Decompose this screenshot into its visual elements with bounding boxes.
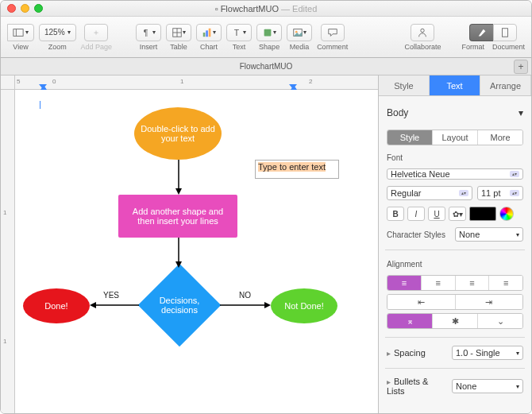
toolbar-zoom-group: 125%▾ Zoom — [39, 24, 76, 51]
spacing-row[interactable]: ▸Spacing 1.0 - Single▾ — [387, 346, 523, 360]
svg-rect-10 — [264, 29, 272, 36]
svg-marker-16 — [175, 188, 182, 195]
valign-middle-button[interactable]: ✱ — [433, 314, 478, 328]
subtab-style[interactable]: Style — [387, 130, 433, 145]
document-tabbar: FlowchartMUO + — [1, 58, 531, 75]
comment-button[interactable] — [321, 24, 345, 41]
indent-right-button[interactable]: ⇥ — [456, 295, 523, 309]
underline-button[interactable]: U — [428, 207, 445, 221]
table-button[interactable]: ▾ — [166, 24, 191, 41]
align-right-icon: ≡ — [469, 278, 474, 288]
document-button[interactable] — [493, 24, 517, 41]
ruler-horizontal[interactable]: 5 0 1 2 — [15, 75, 378, 90]
view-icon — [13, 27, 24, 38]
canvas-wrap: 5 0 1 2 1 1 Double-click to add your tex… — [1, 75, 378, 413]
svg-point-13 — [421, 29, 424, 32]
tab-text[interactable]: Text — [430, 75, 480, 95]
zoom-window-icon[interactable] — [34, 4, 43, 13]
chart-icon — [202, 27, 213, 38]
document-tab[interactable]: FlowchartMUO — [240, 62, 293, 71]
svg-rect-8 — [209, 28, 211, 37]
minimize-icon[interactable] — [21, 4, 29, 13]
canvas-textbox[interactable]: Type to enter text — [255, 160, 339, 179]
more-format-button[interactable]: ✿▾ — [449, 207, 466, 221]
paragraph-style-select[interactable]: Body ▾ — [387, 103, 523, 123]
arrow-left[interactable] — [90, 301, 139, 309]
divider — [385, 337, 525, 338]
inspector-body: Body ▾ Style Layout More Font Helvetica … — [379, 96, 531, 405]
char-styles-select[interactable]: None▾ — [455, 227, 523, 242]
media-button[interactable]: ▾ — [287, 24, 312, 41]
new-tab-button[interactable]: + — [514, 60, 528, 74]
text-color-swatch[interactable] — [469, 207, 496, 221]
align-justify-button[interactable]: ≡ — [489, 276, 522, 290]
insert-icon: ¶ — [141, 27, 152, 38]
collaborate-button[interactable] — [411, 24, 434, 41]
stepper-icon: ▴▾ — [510, 171, 519, 177]
canvas[interactable]: Double-click to add your text Add anothe… — [15, 90, 378, 413]
shape-label: Decisions, decisions — [156, 296, 202, 315]
indent-left-button[interactable]: ⇤ — [387, 295, 456, 309]
ruler-vertical[interactable]: 1 1 — [1, 90, 15, 413]
font-weight-select[interactable]: Regular▴▾ — [387, 186, 472, 200]
char-styles-label: Character Styles — [387, 230, 445, 239]
flowchart-start-shape[interactable]: Double-click to add your text — [134, 107, 222, 160]
bullets-value: None — [456, 381, 476, 391]
font-size-field[interactable]: 11 pt▴▾ — [477, 186, 523, 200]
arrow-right[interactable] — [220, 301, 271, 309]
font-family-select[interactable]: Helvetica Neue▴▾ — [387, 168, 523, 180]
italic-button[interactable]: I — [407, 207, 425, 221]
flowchart-notdone-shape[interactable]: Not Done! — [271, 288, 337, 323]
align-justify-icon: ≡ — [503, 278, 508, 288]
bullets-row[interactable]: ▸Bullets & Lists None▾ — [387, 377, 523, 396]
ruler-h-tick: 2 — [309, 78, 312, 85]
insert-button[interactable]: ¶▾ — [136, 24, 161, 41]
divider — [385, 250, 525, 250]
close-icon[interactable] — [7, 4, 16, 13]
subtab-layout[interactable]: Layout — [433, 130, 478, 145]
tab-arrange[interactable]: Arrange — [480, 75, 531, 95]
document-icon — [499, 27, 511, 38]
chevron-down-icon: ▾ — [519, 107, 523, 118]
main-area: 5 0 1 2 1 1 Double-click to add your tex… — [1, 75, 531, 413]
text-label: Text — [233, 43, 246, 51]
text-button[interactable]: T▾ — [226, 24, 252, 41]
flowchart-done-shape[interactable]: Done! — [23, 288, 90, 323]
window-title: ▫︎ FlowchartMUO — Edited — [215, 4, 318, 14]
subtab-more[interactable]: More — [478, 130, 522, 145]
add-page-label: Add Page — [81, 43, 113, 51]
chart-button[interactable]: ▾ — [196, 24, 222, 41]
valign-top-button[interactable]: ⌅ — [387, 314, 433, 328]
align-right-button[interactable]: ≡ — [456, 276, 490, 290]
zoom-select[interactable]: 125%▾ — [39, 24, 76, 41]
flowchart-decision-shape[interactable]: Decisions, decisions — [138, 264, 222, 347]
arrow-down-1[interactable] — [175, 160, 183, 195]
ruler-h-tick: 5 — [17, 78, 20, 85]
valign-bottom-button[interactable]: ⌄ — [478, 314, 522, 328]
media-icon — [292, 27, 303, 38]
flowchart-process-shape[interactable]: Add another shape and then insert your l… — [118, 195, 237, 238]
align-center-button[interactable]: ≡ — [422, 276, 456, 290]
paragraph-style-label: Body — [387, 107, 408, 118]
inspector-panel: Style Text Arrange Body ▾ Style Layout M… — [378, 75, 531, 413]
tab-style[interactable]: Style — [379, 75, 430, 95]
bold-button[interactable]: B — [387, 207, 404, 221]
font-family-value: Helvetica Neue — [391, 169, 450, 179]
spacing-select[interactable]: 1.0 - Single▾ — [452, 346, 523, 360]
shape-label: Double-click to add your text — [141, 124, 215, 143]
bullets-select[interactable]: None▾ — [452, 379, 523, 393]
align-left-button[interactable]: ≡ — [387, 276, 422, 290]
valign-top-icon: ⌅ — [407, 316, 414, 327]
shape-button[interactable]: ▾ — [256, 24, 282, 41]
edge-label-no: NO — [239, 291, 251, 300]
font-weight-value: Regular — [391, 188, 422, 198]
color-picker-icon[interactable] — [499, 207, 514, 221]
comment-icon — [327, 27, 338, 38]
valign-middle-icon: ✱ — [452, 316, 459, 327]
add-page-button[interactable]: ＋ — [84, 24, 108, 41]
align-left-icon: ≡ — [402, 278, 407, 288]
shape-label: Done! — [44, 301, 67, 311]
view-button[interactable]: ▾ — [7, 24, 34, 41]
arrow-down-2[interactable] — [175, 238, 183, 268]
format-button[interactable] — [469, 24, 493, 41]
